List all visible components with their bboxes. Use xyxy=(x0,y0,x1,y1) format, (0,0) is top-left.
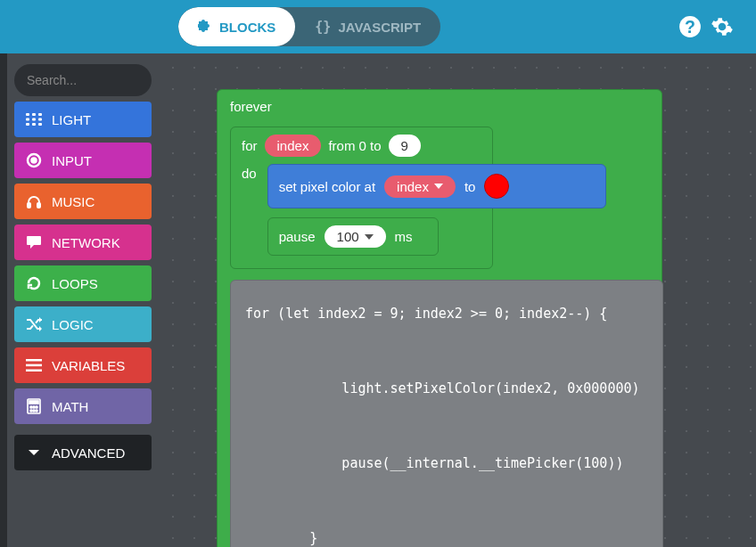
svg-rect-11 xyxy=(32,123,36,126)
category-label: LIGHT xyxy=(52,112,91,127)
svg-rect-4 xyxy=(26,113,29,116)
ms-label: ms xyxy=(395,229,413,244)
from-to-label: from 0 to xyxy=(328,138,381,153)
svg-point-23 xyxy=(33,406,35,408)
do-label: do xyxy=(231,164,267,181)
category-label: INPUT xyxy=(52,153,92,168)
javascript-tab-label: JAVASCRIPT xyxy=(338,20,421,35)
category-variables[interactable]: VARIABLES xyxy=(14,347,152,383)
svg-rect-9 xyxy=(38,118,42,121)
list-icon xyxy=(25,356,43,374)
advanced-label: ADVANCED xyxy=(52,445,125,461)
target-icon xyxy=(25,151,43,169)
svg-text:?: ? xyxy=(685,17,695,37)
workspace[interactable]: forever for index from 0 to 9 do xyxy=(159,53,756,547)
set-pixel-index[interactable]: index xyxy=(384,176,456,198)
category-input[interactable]: INPUT xyxy=(14,143,152,178)
category-label: MUSIC xyxy=(52,194,94,209)
blocks-tab[interactable]: BLOCKS xyxy=(178,7,295,46)
settings-button[interactable] xyxy=(706,11,738,43)
category-loops[interactable]: LOOPS xyxy=(14,265,152,301)
color-picker[interactable] xyxy=(484,174,509,199)
svg-rect-10 xyxy=(26,123,29,126)
for-label: for xyxy=(242,138,258,153)
javascript-tab[interactable]: {} JAVASCRIPT xyxy=(295,7,440,46)
svg-rect-7 xyxy=(26,118,29,121)
chat-icon xyxy=(25,233,43,251)
headphones-icon xyxy=(25,192,43,210)
dropdown-icon xyxy=(434,184,443,189)
braces-icon: {} xyxy=(315,19,331,35)
pause-block[interactable]: pause 100 ms xyxy=(267,217,439,256)
category-label: LOGIC xyxy=(52,317,94,332)
category-label: NETWORK xyxy=(52,235,120,250)
dropdown-icon xyxy=(365,234,374,240)
topbar: BLOCKS {} JAVASCRIPT ? xyxy=(0,0,756,53)
svg-rect-17 xyxy=(26,359,42,362)
svg-point-26 xyxy=(33,410,35,412)
category-label: MATH xyxy=(52,399,88,414)
category-music[interactable]: MUSIC xyxy=(14,184,152,219)
for-block[interactable]: for index from 0 to 9 do set pixel color… xyxy=(230,127,493,269)
svg-rect-18 xyxy=(26,364,42,367)
svg-rect-6 xyxy=(38,113,42,116)
svg-rect-8 xyxy=(32,118,36,121)
search-box[interactable] xyxy=(14,64,152,96)
category-light[interactable]: LIGHT xyxy=(14,102,152,137)
help-button[interactable]: ? xyxy=(674,11,706,43)
category-math[interactable]: MATH xyxy=(14,388,152,424)
category-label: VARIABLES xyxy=(52,358,125,373)
svg-rect-19 xyxy=(26,370,42,372)
refresh-icon xyxy=(25,274,43,292)
forever-block[interactable]: forever for index from 0 to 9 do xyxy=(217,89,662,547)
svg-point-25 xyxy=(30,410,32,412)
advanced-toggle[interactable]: ADVANCED xyxy=(14,435,152,470)
category-network[interactable]: NETWORK xyxy=(14,225,152,260)
pause-label: pause xyxy=(279,229,316,244)
for-end-value[interactable]: 9 xyxy=(389,135,421,157)
svg-rect-15 xyxy=(28,203,30,208)
mode-toggle: BLOCKS {} JAVASCRIPT xyxy=(178,7,440,46)
to-label: to xyxy=(464,179,476,194)
svg-point-14 xyxy=(32,159,37,163)
svg-rect-5 xyxy=(32,113,36,116)
sidebar: LIGHTINPUTMUSICNETWORKLOOPSLOGICVARIABLE… xyxy=(7,53,159,547)
calculator-icon xyxy=(25,397,43,415)
svg-rect-16 xyxy=(37,203,40,208)
for-variable[interactable]: index xyxy=(265,135,322,157)
set-pixel-label: set pixel color at xyxy=(279,179,375,194)
code-block[interactable]: for (let index2 = 9; index2 >= 0; index2… xyxy=(230,280,663,547)
category-logic[interactable]: LOGIC xyxy=(14,306,152,342)
svg-point-24 xyxy=(36,406,37,408)
puzzle-icon xyxy=(198,20,212,34)
pause-value[interactable]: 100 xyxy=(325,225,386,248)
svg-point-22 xyxy=(30,406,32,408)
svg-point-27 xyxy=(36,410,37,412)
grid-icon xyxy=(25,110,43,128)
svg-rect-21 xyxy=(29,401,38,404)
shuffle-icon xyxy=(25,315,43,333)
svg-rect-12 xyxy=(38,123,42,126)
set-pixel-block[interactable]: set pixel color at index to xyxy=(267,164,606,208)
blocks-tab-label: BLOCKS xyxy=(219,20,275,35)
chevron-down-icon xyxy=(25,444,43,461)
forever-label: forever xyxy=(218,90,662,119)
category-label: LOOPS xyxy=(52,276,98,291)
left-gutter xyxy=(0,53,7,547)
